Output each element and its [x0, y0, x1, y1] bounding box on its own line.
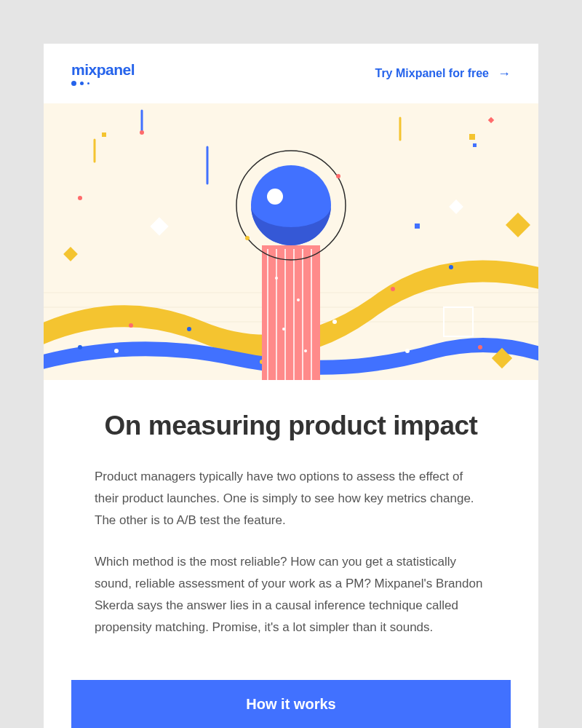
svg-point-36 [297, 298, 300, 301]
hero-illustration [44, 103, 538, 380]
svg-point-6 [332, 320, 337, 324]
cta-link-label: Try Mixpanel for free [375, 67, 490, 80]
email-container: mixpanel Try Mixpanel for free → [44, 44, 538, 728]
svg-point-35 [275, 277, 278, 280]
svg-point-22 [140, 130, 144, 135]
svg-point-5 [187, 327, 191, 331]
article-paragraph-1: Product managers typically have two opti… [95, 466, 487, 531]
svg-point-9 [114, 349, 119, 353]
article-paragraph-2: Which method is the most reliable? How c… [95, 551, 487, 638]
logo[interactable]: mixpanel [71, 61, 135, 86]
svg-rect-16 [473, 143, 477, 147]
svg-rect-17 [488, 117, 494, 123]
try-free-link[interactable]: Try Mixpanel for free → [375, 66, 511, 82]
svg-point-18 [78, 196, 82, 200]
svg-point-40 [336, 174, 340, 178]
svg-rect-20 [63, 247, 78, 261]
arrow-right-icon: → [498, 66, 511, 82]
svg-rect-26 [150, 217, 168, 235]
svg-rect-13 [102, 132, 106, 137]
svg-point-43 [267, 189, 283, 205]
button-container: How it works [44, 680, 538, 728]
svg-point-11 [405, 349, 410, 353]
svg-rect-15 [469, 134, 475, 140]
article-title: On measuring product impact [95, 411, 487, 441]
svg-point-37 [282, 328, 285, 331]
article-content: On measuring product impact Product mana… [44, 380, 538, 680]
how-it-works-button[interactable]: How it works [71, 680, 511, 728]
logo-dots [71, 81, 135, 86]
svg-point-3 [78, 345, 82, 349]
svg-rect-44 [506, 213, 530, 237]
svg-point-8 [449, 265, 453, 269]
svg-point-41 [245, 236, 250, 240]
svg-point-12 [478, 345, 482, 349]
header: mixpanel Try Mixpanel for free → [44, 44, 538, 103]
svg-rect-14 [415, 223, 420, 229]
svg-point-7 [391, 287, 395, 291]
svg-point-4 [129, 323, 133, 328]
logo-text: mixpanel [71, 61, 135, 79]
svg-point-38 [304, 349, 307, 352]
svg-rect-19 [449, 199, 463, 214]
